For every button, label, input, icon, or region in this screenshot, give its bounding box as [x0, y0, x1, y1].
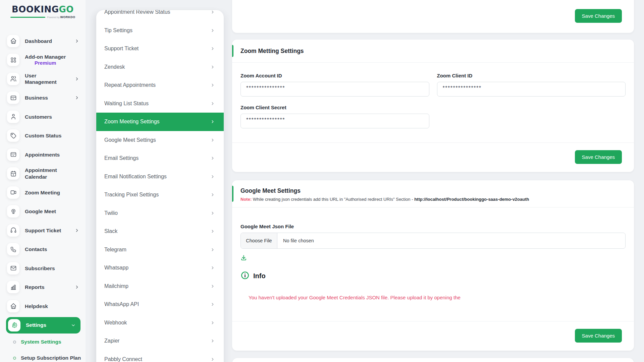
- settings-menu-item-label: Slack: [104, 228, 117, 234]
- settings-menu-item-webhook[interactable]: Webhook: [96, 314, 224, 332]
- sidebar-item-label: Appointment Calendar: [25, 167, 79, 180]
- zoom-settings-footer: Save Changes: [232, 142, 634, 172]
- chevron-right-icon: [210, 83, 215, 87]
- sidebar-item-user-management[interactable]: User Management: [0, 69, 86, 88]
- choose-file-button[interactable]: Choose File: [241, 233, 277, 248]
- sidebar-item-settings[interactable]: Settings: [6, 317, 80, 334]
- zoom-client-secret-input[interactable]: [240, 114, 429, 128]
- chevron-right-icon: [210, 320, 215, 325]
- settings-menu-item-label: Webhook: [104, 320, 127, 326]
- sidebar-item-support-ticket[interactable]: Support Ticket: [0, 221, 86, 240]
- zoom-settings-card: Zoom Metting Settings Zoom Account ID Zo…: [232, 40, 634, 172]
- bullet-icon: [13, 357, 16, 360]
- chevron-right-icon: [210, 229, 215, 234]
- note-label: Note:: [240, 197, 252, 202]
- chevron-right-icon: [210, 138, 215, 142]
- settings-menu-item-tracking-pixel-settings[interactable]: Tracking Pixel Settings: [96, 186, 224, 204]
- settings-menu-item-appointment-review-status[interactable]: Appointment Review Status: [96, 10, 224, 21]
- settings-menu-item-pabbly-connect[interactable]: Pabbly Connect: [96, 350, 224, 362]
- settings-menu-item-slack[interactable]: Slack: [96, 222, 224, 241]
- settings-menu-item-support-ticket[interactable]: Support Ticket: [96, 40, 224, 58]
- sidebar-subitem-system-settings[interactable]: System Settings: [0, 334, 86, 350]
- app-root: BOOKINGGO Powered by WORKDO DashboardAdd…: [0, 0, 644, 362]
- sidebar-item-label: Subscribers: [25, 265, 55, 272]
- home-icon: [7, 35, 19, 47]
- settings-menu-item-label: Zapier: [104, 338, 119, 344]
- settings-menu-item-whatsapp[interactable]: Whatsapp: [96, 259, 224, 277]
- sidebar-item-appointments[interactable]: Appointments: [0, 145, 86, 164]
- calendar-icon: [7, 167, 19, 180]
- settings-menu-item-tip-settings[interactable]: Tip Settings: [96, 21, 224, 40]
- sidebar-item-add-on-manager[interactable]: Add-on ManagerPremium: [0, 51, 86, 70]
- settings-menu-item-twilio[interactable]: Twilio: [96, 204, 224, 223]
- brand-logo[interactable]: BOOKINGGO Powered by WORKDO: [0, 4, 86, 19]
- sidebar-sub-nav: System SettingsSetup Subscription Plan: [0, 334, 86, 362]
- save-changes-button-google[interactable]: Save Changes: [575, 329, 622, 343]
- sidebar-item-helpdesk[interactable]: Helpdesk: [0, 297, 86, 316]
- settings-menu-item-zendesk[interactable]: Zendesk: [96, 58, 224, 76]
- settings-menu-item-email-notification-settings[interactable]: Email Notification Settings: [96, 168, 224, 186]
- settings-menu-item-repeat-appointments[interactable]: Repeat Appointments: [96, 76, 224, 95]
- settings-menu-item-label: Pabbly Connect: [104, 356, 142, 362]
- settings-menu-item-email-settings[interactable]: Email Settings: [96, 149, 224, 168]
- zoom-client-id-group: Zoom Client ID: [437, 73, 626, 97]
- chevron-right-icon: [210, 247, 215, 252]
- zoom-client-id-input[interactable]: [437, 82, 626, 97]
- sidebar-item-label: Dashboard: [25, 38, 52, 44]
- google-meet-json-file-input[interactable]: Choose File No file chosen: [240, 233, 626, 249]
- chevron-right-icon: [210, 46, 215, 51]
- settings-menu-item-telegram[interactable]: Telegram: [96, 241, 224, 259]
- sidebar-subitem-label: Setup Subscription Plan: [21, 355, 81, 361]
- settings-menu-item-zapier[interactable]: Zapier: [96, 332, 224, 350]
- settings-menu-item-label: Whatsapp: [104, 265, 128, 271]
- settings-menu-item-google-meet-settings[interactable]: Google Meet Settings: [96, 131, 224, 149]
- note-url: http://localhost/Product/bookinggo-saas-…: [414, 197, 529, 202]
- info-row: Info: [240, 271, 626, 281]
- brand-logo-text: BOOKINGGO: [0, 4, 86, 14]
- sidebar-item-dashboard[interactable]: Dashboard: [0, 32, 86, 51]
- sidebar-item-contacts[interactable]: Contacts: [0, 240, 86, 259]
- settings-menu-item-waiting-list-status[interactable]: Waiting List Status: [96, 95, 224, 113]
- sidebar-item-customers[interactable]: Customers: [0, 107, 86, 126]
- chevron-right-icon: [210, 174, 215, 179]
- powered-by-brand: WORKDO: [60, 15, 75, 19]
- credentials-warning-text: You haven't uploaded your Google Meet Cr…: [249, 295, 626, 300]
- chevron-right-icon: [74, 95, 79, 100]
- settings-menu-item-label: Support Ticket: [104, 46, 139, 52]
- video-icon: [7, 186, 19, 199]
- google-meet-json-file-label: Google Meet Json File: [240, 224, 626, 230]
- zoom-client-id-label: Zoom Client ID: [437, 73, 626, 79]
- sidebar-item-custom-status[interactable]: Custom Status: [0, 126, 86, 145]
- settings-menu-item-whatsapp-api[interactable]: WhatsApp API: [96, 295, 224, 314]
- chevron-right-icon: [210, 339, 215, 343]
- chevron-right-icon: [74, 228, 79, 233]
- settings-menu-item-label: Tip Settings: [104, 27, 132, 34]
- chevron-right-icon: [210, 101, 215, 106]
- user-icon: [7, 111, 19, 123]
- no-file-chosen-label: No file chosen: [277, 233, 314, 248]
- save-changes-button-top[interactable]: Save Changes: [575, 9, 622, 23]
- credit-card-icon: [7, 92, 19, 104]
- settings-menu-item-zoom-meeting-settings[interactable]: Zoom Meeting Settings: [96, 113, 224, 131]
- sidebar-item-zoom-meeting[interactable]: Zoom Meeting: [0, 183, 86, 202]
- zoom-account-id-input[interactable]: [240, 82, 429, 97]
- sidebar-item-appointment-calendar[interactable]: Appointment Calendar: [0, 164, 86, 183]
- card-partial-top: Save Changes: [232, 0, 634, 33]
- sidebar-item-label: Appointments: [25, 152, 60, 158]
- save-changes-button-zoom[interactable]: Save Changes: [575, 150, 622, 164]
- download-credentials-link[interactable]: [240, 254, 626, 262]
- settings-menu-item-label: Google Meet Settings: [104, 137, 156, 143]
- chevron-right-icon: [210, 357, 215, 362]
- settings-menu-item-mailchimp[interactable]: Mailchimp: [96, 277, 224, 296]
- sidebar-item-reports[interactable]: Reports: [0, 278, 86, 297]
- sidebar-item-subscribers[interactable]: Subscribers: [0, 259, 86, 278]
- sidebar-item-label: Helpdesk: [25, 303, 48, 309]
- phone-icon: [7, 243, 19, 255]
- sidebar-item-google-meet[interactable]: Google Meet: [0, 202, 86, 221]
- users-icon: [7, 73, 19, 85]
- settings-menu-item-label: Zendesk: [104, 64, 125, 70]
- sidebar-subitem-setup-subscription-plan[interactable]: Setup Subscription Plan: [0, 350, 86, 362]
- sidebar-item-business[interactable]: Business: [0, 88, 86, 108]
- note-text: While creating json credentials add this…: [252, 197, 414, 202]
- settings-menu-item-label: Waiting List Status: [104, 101, 149, 107]
